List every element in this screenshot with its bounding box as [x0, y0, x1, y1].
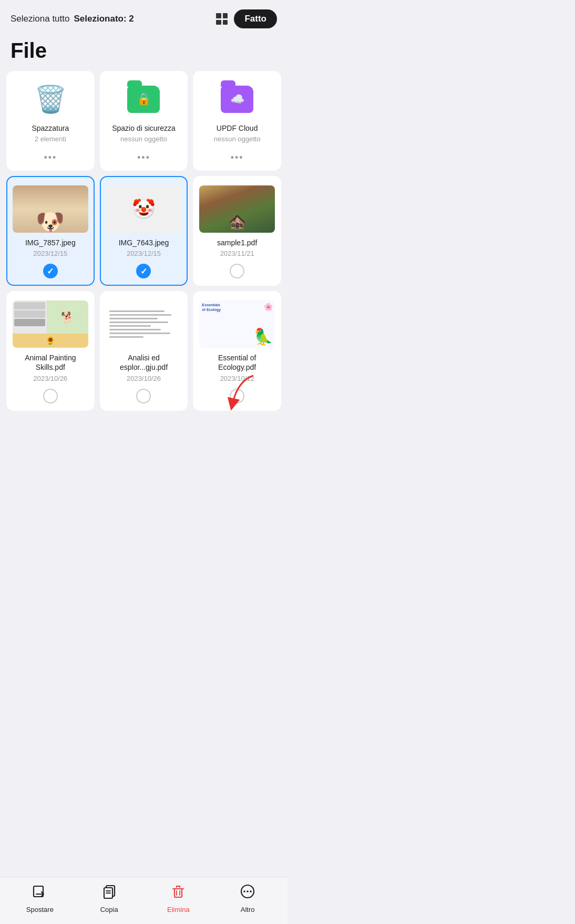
more-dots-icon[interactable]: ••• [231, 152, 244, 163]
folder-sub: nessun oggetto [214, 135, 261, 143]
file-thumbnail: 🐕 🌻 [13, 300, 88, 348]
select-checkbox[interactable] [136, 389, 151, 403]
flowers-icon: 🌸 [264, 303, 273, 311]
folder-name: Spazzatura [32, 123, 69, 133]
folder-icon: ☁️ [218, 80, 256, 118]
page-title: File [0, 34, 288, 71]
select-checkbox[interactable] [230, 389, 244, 403]
file-card-img7643[interactable]: 🤡 IMG_7643.jpeg 2023/12/15 [100, 176, 188, 286]
animal-pdf-thumb: 🐕 🌻 [13, 300, 88, 348]
file-name: sample1.pdf [217, 238, 257, 247]
analisi-pdf-thumb [106, 300, 182, 348]
file-thumbnail: 🤡 [106, 185, 182, 233]
file-thumbnail: Essentialsof Ecology 🌸 🦜 [199, 300, 275, 348]
file-date: 2023/10/26 [33, 375, 67, 382]
file-name: Animal Painting Skills.pdf [13, 353, 88, 372]
file-thumbnail: 🏚️ [199, 185, 275, 233]
folder-icon: 🔒 [125, 80, 162, 118]
file-name: Analisi ed esplor...gju.pdf [106, 353, 182, 372]
top-bar: Seleziona tutto Selezionato: 2 Fatto [0, 0, 288, 34]
gnome-image-thumb: 🤡 [106, 185, 182, 233]
more-dots-icon[interactable]: ••• [44, 152, 57, 163]
select-checkbox[interactable] [43, 264, 58, 278]
folder-name: Spazio di sicurezza [112, 123, 176, 133]
folder-sub: 2 elementi [35, 135, 66, 143]
dog-icon: 🐶 [36, 208, 65, 233]
forest-image-thumb: 🏚️ [199, 185, 275, 233]
select-all-button[interactable]: Seleziona tutto [11, 14, 69, 24]
selected-count: Selezionato: 2 [74, 14, 210, 24]
select-checkbox[interactable] [230, 264, 244, 278]
lock-icon: 🔒 [137, 92, 151, 106]
house-icon: 🏚️ [228, 213, 247, 231]
cloud-icon: ☁️ [230, 92, 244, 106]
file-name: Essential of Ecology.pdf [199, 353, 275, 372]
dog-image-thumb: 🐶 [13, 185, 88, 233]
file-date: 2023/12/15 [33, 250, 67, 257]
select-checkbox[interactable] [136, 264, 151, 278]
grid-view-button[interactable] [214, 11, 230, 27]
folder-card-cloud[interactable]: ☁️ UPDF Cloud nessun oggetto ••• [193, 71, 281, 171]
file-date: 2023/10/26 [127, 375, 161, 382]
cloud-folder-icon: ☁️ [221, 86, 253, 113]
file-name: IMG_7643.jpeg [119, 238, 169, 247]
file-card-analisi[interactable]: Analisi ed esplor...gju.pdf 2023/10/26 [100, 291, 188, 410]
ecology-title-text: Essentialsof Ecology [202, 303, 221, 312]
folder-card-sicurezza[interactable]: 🔒 Spazio di sicurezza nessun oggetto ••• [100, 71, 188, 171]
grid-icon [216, 13, 228, 25]
trash-icon: 🗑️ [34, 84, 67, 115]
file-date: 2023/11/21 [220, 250, 254, 257]
folder-sub: nessun oggetto [120, 135, 167, 143]
file-thumbnail [106, 300, 182, 348]
secure-folder-icon: 🔒 [127, 86, 160, 113]
file-card-animal[interactable]: 🐕 🌻 Animal Painting Skills.pdf 2023/10/2… [6, 291, 95, 410]
done-button[interactable]: Fatto [234, 9, 277, 28]
folder-icon: 🗑️ [32, 80, 69, 118]
parrot-icon: 🦜 [253, 327, 273, 346]
more-dots-icon[interactable]: ••• [137, 152, 150, 163]
file-name: IMG_7857.jpeg [25, 238, 76, 247]
files-grid: 🗑️ Spazzatura 2 elementi ••• 🔒 Spazio di… [0, 71, 288, 411]
file-date: 2023/10/12 [220, 375, 254, 382]
file-date: 2023/12/15 [127, 250, 161, 257]
folder-card-spazzatura[interactable]: 🗑️ Spazzatura 2 elementi ••• [6, 71, 95, 171]
gnome-icon: 🤡 [132, 198, 156, 220]
file-card-img7857[interactable]: 🐶 IMG_7857.jpeg 2023/12/15 [6, 176, 95, 286]
ecology-pdf-thumb: Essentialsof Ecology 🌸 🦜 [199, 300, 275, 348]
select-checkbox[interactable] [43, 389, 58, 403]
folder-name: UPDF Cloud [217, 123, 258, 133]
file-thumbnail: 🐶 [13, 185, 88, 233]
file-card-sample1[interactable]: 🏚️ sample1.pdf 2023/11/21 [193, 176, 281, 286]
file-card-ecology[interactable]: Essentialsof Ecology 🌸 🦜 Essential of Ec… [193, 291, 281, 410]
